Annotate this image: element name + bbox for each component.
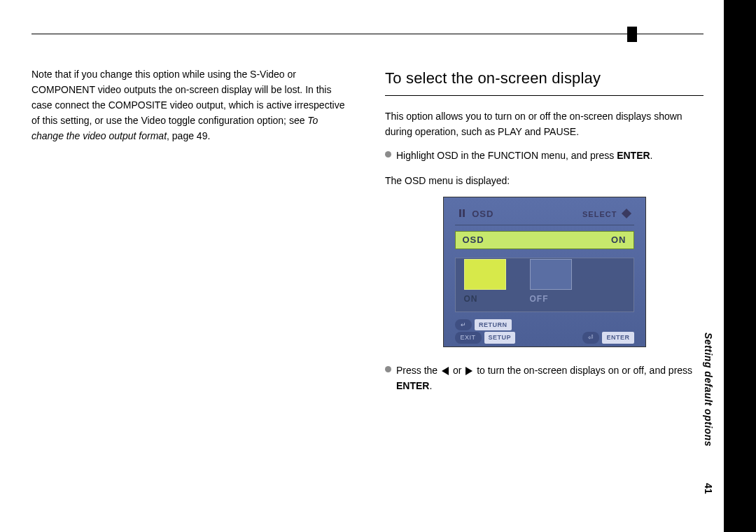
osd-title-left: OSD xyxy=(459,207,494,222)
badge-setup: SETUP xyxy=(484,332,516,343)
two-column-layout: Note that if you change this option whil… xyxy=(31,66,704,403)
osd-option-on: ON xyxy=(464,259,514,306)
right-arrow-icon xyxy=(465,367,472,375)
section-side-label: Setting default options xyxy=(703,332,714,447)
swatch-off xyxy=(530,259,572,290)
osd-footer-left: ↵RETURN EXITSETUP xyxy=(455,319,516,343)
step-1-text: Highlight OSD in the FUNCTION menu, and … xyxy=(396,148,704,163)
bullet-icon xyxy=(385,151,391,158)
option-on-label: ON xyxy=(464,293,478,306)
step-2-text: Press the or to turn the on-screen displ… xyxy=(396,363,704,393)
pill-setup: EXIT xyxy=(455,332,482,343)
intro-paragraph: This option allows you to turn on or off… xyxy=(385,108,704,139)
osd-underline xyxy=(455,225,634,225)
osd-row-label: OSD xyxy=(463,233,484,248)
header-rule xyxy=(31,34,704,34)
badge-enter: ENTER xyxy=(602,332,634,343)
osd-title-row: OSD SELECT xyxy=(455,207,634,222)
osd-row-value: ON xyxy=(611,233,626,248)
left-arrow-icon xyxy=(442,367,449,375)
step-1-enter: ENTER xyxy=(617,150,650,161)
note-text-1: Note that if you change this option whil… xyxy=(31,69,344,126)
section-heading: To select the on-screen display xyxy=(385,66,704,96)
step-1-pre: Highlight OSD in the FUNCTION menu, and … xyxy=(396,150,617,161)
note-text-2: , page 49. xyxy=(167,130,210,141)
right-column: To select the on-screen display This opt… xyxy=(385,66,704,403)
badge-return: RETURN xyxy=(475,319,512,330)
step-1-post: . xyxy=(650,150,653,161)
osd-footer: ↵RETURN EXITSETUP ⏎ENTER xyxy=(455,319,634,343)
step-2-post: to turn the on-screen displays on or off… xyxy=(474,365,692,376)
step-2-end: . xyxy=(429,380,432,391)
osd-highlight-row: OSD ON xyxy=(455,231,634,250)
osd-select-hint: SELECT xyxy=(582,209,629,220)
bullet-icon xyxy=(385,366,391,372)
manual-page: Setting default options 41 Note that if … xyxy=(0,0,756,532)
osd-option-off: OFF xyxy=(530,259,580,306)
left-column: Note that if you change this option whil… xyxy=(31,66,350,403)
step-2-enter: ENTER xyxy=(396,380,429,391)
step-1: Highlight OSD in the FUNCTION menu, and … xyxy=(385,148,704,163)
option-off-label: OFF xyxy=(530,293,549,306)
osd-displayed-text: The OSD menu is displayed: xyxy=(385,173,704,188)
pill-return: ↵ xyxy=(455,319,472,330)
pause-icon xyxy=(459,209,465,217)
page-content: Note that if you change this option whil… xyxy=(31,34,704,403)
osd-footer-right: ⏎ENTER xyxy=(582,332,634,343)
osd-options: ON OFF xyxy=(455,258,634,312)
osd-select-label: SELECT xyxy=(582,210,617,218)
osd-screenshot: OSD SELECT OSD ON xyxy=(443,197,646,347)
page-number: 41 xyxy=(703,483,714,494)
diamond-icon xyxy=(621,209,631,218)
osd-inner: OSD SELECT OSD ON xyxy=(455,207,634,337)
pill-enter: ⏎ xyxy=(582,332,600,343)
note-paragraph: Note that if you change this option whil… xyxy=(31,66,350,144)
osd-title-text: OSD xyxy=(472,209,493,219)
step-2-mid: or xyxy=(450,365,464,376)
page-side-tab xyxy=(724,0,756,532)
swatch-on xyxy=(464,259,506,290)
step-2-pre: Press the xyxy=(396,365,440,376)
step-2: Press the or to turn the on-screen displ… xyxy=(385,363,704,393)
